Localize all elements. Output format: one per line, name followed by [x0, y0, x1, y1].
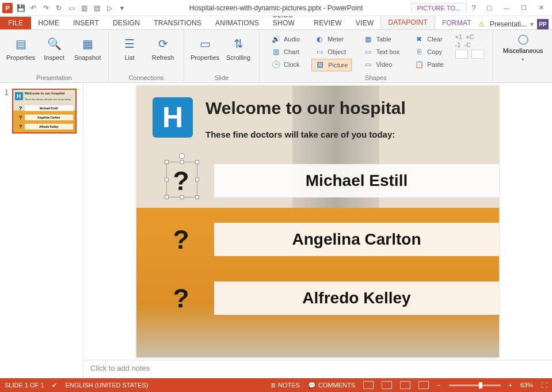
slide-title[interactable]: Welcome to our hospital — [205, 98, 406, 118]
offset-box-1[interactable] — [455, 50, 468, 59]
spellcheck-icon[interactable]: ✔ — [52, 382, 57, 389]
slide-subtitle[interactable]: These fine doctors will take care of you… — [205, 130, 395, 139]
properties-button[interactable]: ▤Properties — [5, 32, 37, 73]
doctor-name-3[interactable]: Alfredo Kelley — [214, 281, 499, 315]
scrolling-button[interactable]: ⇅Scrolling — [222, 32, 254, 73]
status-bar: SLIDE 1 OF 1 ✔ ENGLISH (UNITED STATES) ≣… — [0, 378, 552, 392]
save-icon[interactable]: 💾 — [15, 2, 26, 14]
picture-placeholder-3[interactable]: ? — [165, 283, 197, 314]
selection-handles[interactable] — [166, 162, 197, 197]
tab-review[interactable]: REVIEW — [307, 17, 349, 29]
offset-box-2[interactable] — [471, 50, 484, 59]
resize-handle[interactable] — [165, 177, 169, 181]
picture-placeholder-2[interactable]: ? — [165, 224, 197, 255]
tab-home[interactable]: HOME — [31, 17, 66, 29]
minus-one[interactable]: -1 — [455, 41, 461, 48]
refresh-button[interactable]: ⟳Refresh — [147, 32, 179, 73]
video-button[interactable]: ▭Video — [360, 59, 403, 70]
slide-canvas-area[interactable]: H Welcome to our hospital These fine doc… — [83, 83, 552, 360]
reading-view-icon[interactable] — [400, 381, 410, 389]
clear-icon: ✖ — [414, 35, 424, 44]
tab-design[interactable]: DESIGN — [106, 17, 147, 29]
slide-thumbnail-1[interactable]: H Welcome to our hospital These fine doc… — [12, 89, 77, 134]
slideshow-view-icon[interactable] — [418, 381, 429, 389]
normal-view-icon[interactable] — [363, 381, 374, 389]
powerpoint-logo-icon: P — [2, 3, 13, 13]
notes-toggle[interactable]: ≣NOTES — [271, 382, 300, 389]
undo-icon[interactable]: ↶ — [28, 2, 39, 14]
notes-pane[interactable]: Click to add notes — [83, 360, 552, 378]
rotate-handle[interactable] — [179, 153, 185, 159]
redo-icon[interactable]: ↷ — [40, 2, 52, 14]
addin-label[interactable]: Presentati... — [490, 20, 527, 28]
thumbnail-number: 1 — [5, 89, 9, 134]
table-button[interactable]: ▦Table — [360, 33, 403, 45]
paste-button[interactable]: 📋Paste — [411, 59, 447, 70]
slide-count[interactable]: SLIDE 1 OF 1 — [5, 382, 44, 389]
resize-handle[interactable] — [180, 195, 184, 199]
repeat-icon[interactable]: ↻ — [53, 2, 64, 14]
meter-button[interactable]: ◐Meter — [311, 33, 352, 45]
list-icon: ☰ — [120, 35, 139, 53]
minus-c[interactable]: -C — [464, 41, 471, 48]
hospital-logo-icon[interactable]: H — [153, 97, 193, 138]
start-slideshow-icon[interactable]: ▷ — [104, 2, 115, 14]
sorter-view-icon[interactable] — [382, 381, 392, 389]
resize-handle[interactable] — [165, 160, 169, 164]
comments-toggle[interactable]: 💬COMMENTS — [308, 382, 355, 389]
ribbon-display-icon[interactable]: ▢ — [481, 2, 498, 14]
audio-button[interactable]: 🔊Audio — [268, 33, 303, 45]
qat-customize-icon[interactable]: ▾ — [116, 2, 128, 14]
list-button[interactable]: ☰List — [113, 32, 146, 73]
tab-datapoint[interactable]: DATAPOINT — [380, 16, 435, 29]
tab-transitions[interactable]: TRANSITIONS — [147, 17, 208, 29]
inspect-icon: 🔍 — [45, 35, 63, 53]
tab-file[interactable]: FILE — [0, 17, 31, 29]
zoom-out-button[interactable]: − — [437, 382, 440, 389]
quick1-icon[interactable]: ▭ — [66, 2, 77, 14]
inspect-button[interactable]: 🔍Inspect — [38, 32, 70, 73]
snapshot-button[interactable]: ▦Snapshot — [71, 32, 104, 73]
quick2-icon[interactable]: ▥ — [78, 2, 90, 14]
table-icon: ▦ — [363, 35, 372, 44]
resize-handle[interactable] — [180, 160, 184, 164]
chart-button[interactable]: ▥Chart — [268, 46, 303, 58]
paste-icon: 📋 — [414, 60, 424, 69]
copy-button[interactable]: ⎘Copy — [411, 46, 447, 58]
resize-handle[interactable] — [165, 195, 169, 199]
object-button[interactable]: ▭Object — [311, 46, 352, 58]
close-button[interactable]: ✕ — [532, 2, 550, 14]
slide-properties-button[interactable]: ▭Properties — [189, 32, 221, 73]
plus-one[interactable]: +1 — [455, 33, 463, 40]
tab-format[interactable]: FORMAT — [435, 17, 478, 29]
zoom-level[interactable]: 63% — [520, 382, 533, 389]
pp-badge[interactable]: PP — [537, 19, 549, 29]
plus-c[interactable]: +C — [466, 33, 474, 40]
language-status[interactable]: ENGLISH (UNITED STATES) — [65, 382, 148, 389]
misc-icon — [518, 35, 528, 45]
quick3-icon[interactable]: ▤ — [91, 2, 102, 14]
doctor-name-1[interactable]: Michael Estill — [214, 164, 499, 197]
resize-handle[interactable] — [195, 160, 199, 164]
clock-button[interactable]: 🕒Clock — [268, 59, 303, 70]
fit-to-window-icon[interactable]: ⛶ — [541, 382, 547, 389]
resize-handle[interactable] — [195, 195, 199, 199]
slide[interactable]: H Welcome to our hospital These fine doc… — [136, 86, 499, 357]
slide-thumbnails-panel[interactable]: 1 H Welcome to our hospital These fine d… — [0, 83, 83, 378]
resize-handle[interactable] — [195, 177, 199, 181]
help-icon[interactable]: ? — [467, 4, 481, 12]
tab-animations[interactable]: ANIMATIONS — [208, 17, 266, 29]
miscellaneous-button[interactable]: Miscellaneous ▾ — [497, 32, 549, 62]
group-label-connections: Connections — [113, 73, 179, 81]
tab-view[interactable]: VIEW — [349, 17, 380, 29]
zoom-slider[interactable] — [449, 385, 501, 386]
clear-button[interactable]: ✖Clear — [411, 33, 447, 45]
scrolling-icon: ⇅ — [229, 35, 248, 53]
zoom-in-button[interactable]: + — [509, 382, 512, 389]
textbox-button[interactable]: ▭Text box — [360, 46, 403, 58]
tab-insert[interactable]: INSERT — [66, 17, 106, 29]
doctor-name-2[interactable]: Angelina Carlton — [214, 223, 499, 256]
maximize-button[interactable]: ☐ — [515, 2, 532, 14]
minimize-button[interactable]: — — [498, 2, 515, 14]
picture-button[interactable]: 🖼Picture — [311, 59, 352, 71]
